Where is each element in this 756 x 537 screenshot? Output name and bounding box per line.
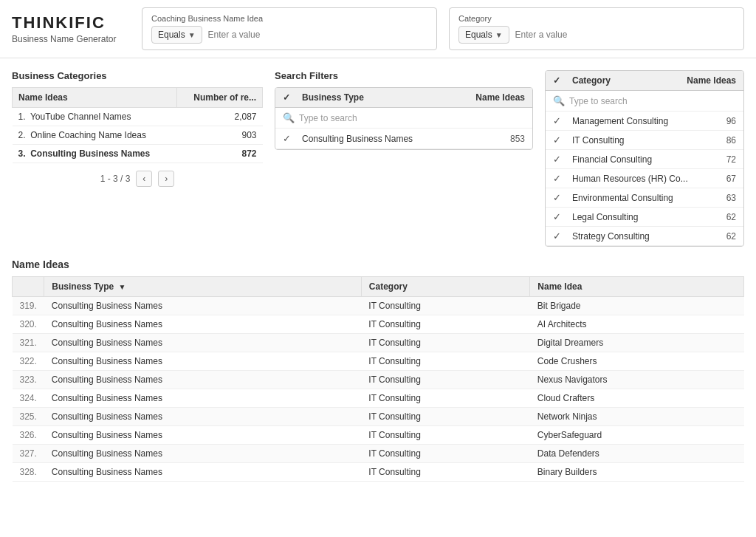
next-page-button[interactable]: › [158, 171, 174, 187]
cat-row-label: IT Consulting [572, 135, 691, 146]
row-type: Consulting Business Names [44, 445, 361, 463]
row-idea: Code Crushers [530, 352, 744, 371]
row-num: 321. [13, 334, 44, 352]
left-panel: Business Categories Name Ideas Number of… [12, 70, 263, 247]
business-category-row[interactable]: 1. YouTube Channel Names 2,087 [13, 108, 263, 126]
category-row[interactable]: ✓ Management Consulting 96 [546, 112, 743, 131]
cat-check-icon: ✓ [553, 115, 568, 126]
ideas-col-idea: Name Idea [530, 277, 744, 297]
filter-search-row: 🔍 Type to search [275, 108, 532, 129]
row-type: Consulting Business Names [44, 315, 361, 334]
cat-row-num-name: 1. YouTube Channel Names [13, 108, 177, 126]
category-row[interactable]: ✓ Human Resources (HR) Co... 67 [546, 169, 743, 188]
table-row: 326. Consulting Business Names IT Consul… [13, 426, 744, 445]
row-num: 320. [13, 315, 44, 334]
row-num: 325. [13, 408, 44, 426]
cat-header-check: ✓ [553, 75, 568, 86]
row-idea: Digital Dreamers [530, 334, 744, 352]
header-business-type: Business Type [302, 92, 469, 103]
header-check: ✓ [283, 92, 298, 103]
name-ideas-table: Business Type ▼ Category Name Idea 319. … [12, 276, 744, 482]
category-search-row: 🔍 Type to search [546, 91, 743, 112]
row-idea: Data Defenders [530, 445, 744, 463]
cat-row-label: Human Resources (HR) Co... [572, 174, 691, 184]
category-row[interactable]: ✓ Legal Consulting 62 [546, 208, 743, 227]
cat-row-label: Strategy Consulting [572, 231, 691, 242]
category-row[interactable]: ✓ IT Consulting 86 [546, 131, 743, 150]
table-row: 328. Consulting Business Names IT Consul… [13, 463, 744, 482]
row-num: 319. [13, 297, 44, 315]
cat-row-num-name: 3. Consulting Business Names [13, 145, 177, 163]
row-type: Consulting Business Names [44, 408, 361, 426]
bottom-section: Name Ideas Business Type ▼ Category Name… [0, 259, 756, 493]
business-category-row[interactable]: 2. Online Coaching Name Ideas 903 [13, 126, 263, 145]
table-row: 323. Consulting Business Names IT Consul… [13, 371, 744, 389]
row-category: IT Consulting [361, 463, 529, 482]
filter-value-input-1[interactable] [208, 30, 427, 40]
row-type: Consulting Business Names [44, 334, 361, 352]
filter-row-2: Equals ▼ [458, 26, 735, 44]
filter-operator-1[interactable]: Equals ▼ [151, 26, 202, 44]
row-idea: CyberSafeguard [530, 426, 744, 445]
row-num: 324. [13, 389, 44, 408]
search-filters-title: Search Filters [275, 70, 533, 81]
table-row: 325. Consulting Business Names IT Consul… [13, 408, 744, 426]
chevron-down-icon-1: ▼ [188, 31, 196, 39]
cat-row-count: 72 [695, 154, 736, 165]
row-type: Consulting Business Names [44, 352, 361, 371]
category-row[interactable]: ✓ Strategy Consulting 62 [546, 227, 743, 246]
row-idea: Network Ninjas [530, 408, 744, 426]
category-search-placeholder[interactable]: Type to search [569, 96, 628, 106]
ideas-col-type[interactable]: Business Type ▼ [44, 277, 361, 297]
name-ideas-title: Name Ideas [12, 259, 744, 270]
filter-row-item[interactable]: ✓ Consulting Business Names 853 [275, 129, 532, 149]
category-row[interactable]: ✓ Environmental Consulting 63 [546, 188, 743, 208]
filter-row-type: Consulting Business Names [302, 134, 469, 144]
filter-box-1: Coaching Business Name Idea Equals ▼ [142, 7, 437, 50]
filter-row-count: 853 [473, 134, 525, 144]
cat-header-label: Category [572, 75, 680, 86]
table-row: 321. Consulting Business Names IT Consul… [13, 334, 744, 352]
filter-box-2: Category Equals ▼ [449, 7, 744, 50]
filter-operator-2[interactable]: Equals ▼ [458, 26, 509, 44]
filter-check-icon: ✓ [283, 133, 298, 144]
cat-header-count: Name Ideas [684, 75, 736, 86]
top-bar: THINKIFIC Business Name Generator Coachi… [0, 0, 756, 58]
filter-label-1: Coaching Business Name Idea [151, 14, 427, 23]
row-num: 326. [13, 426, 44, 445]
filter-search-placeholder[interactable]: Type to search [299, 113, 357, 123]
cat-row-count: 63 [695, 193, 736, 203]
filter-value-input-2[interactable] [515, 30, 735, 40]
row-num: 327. [13, 445, 44, 463]
search-filter-table: ✓ Business Type Name Ideas 🔍 Type to sea… [275, 87, 533, 150]
cat-check-icon: ✓ [553, 134, 568, 146]
filter-operator-label-1: Equals [158, 30, 185, 40]
cat-row-count: 62 [695, 231, 736, 242]
cat-row-label: Legal Consulting [572, 212, 691, 222]
cat-row-label: Management Consulting [572, 116, 691, 126]
row-category: IT Consulting [361, 297, 529, 315]
business-category-row[interactable]: 3. Consulting Business Names 872 [13, 145, 263, 163]
ideas-col-category: Category [361, 277, 529, 297]
row-category: IT Consulting [361, 315, 529, 334]
cat-row-count: 872 [176, 145, 262, 163]
pagination: 1 - 3 / 3 ‹ › [12, 171, 263, 187]
row-type: Consulting Business Names [44, 389, 361, 408]
row-category: IT Consulting [361, 445, 529, 463]
row-category: IT Consulting [361, 426, 529, 445]
search-icon: 🔍 [283, 112, 295, 123]
chevron-down-icon-2: ▼ [495, 31, 503, 39]
right-panel: ✓ Category Name Ideas 🔍 Type to search ✓… [545, 70, 744, 247]
cat-row-count: 86 [695, 135, 736, 146]
sort-arrow-icon: ▼ [119, 283, 126, 291]
category-dropdown-header: ✓ Category Name Ideas [546, 71, 743, 91]
table-row: 322. Consulting Business Names IT Consul… [13, 352, 744, 371]
business-categories-title: Business Categories [12, 70, 263, 81]
pagination-text: 1 - 3 / 3 [100, 174, 131, 184]
row-type: Consulting Business Names [44, 426, 361, 445]
prev-page-button[interactable]: ‹ [136, 171, 152, 187]
category-row[interactable]: ✓ Financial Consulting 72 [546, 150, 743, 169]
row-idea: Bit Brigade [530, 297, 744, 315]
cat-row-count: 2,087 [176, 108, 262, 126]
middle-panel: Search Filters ✓ Business Type Name Idea… [275, 70, 533, 247]
